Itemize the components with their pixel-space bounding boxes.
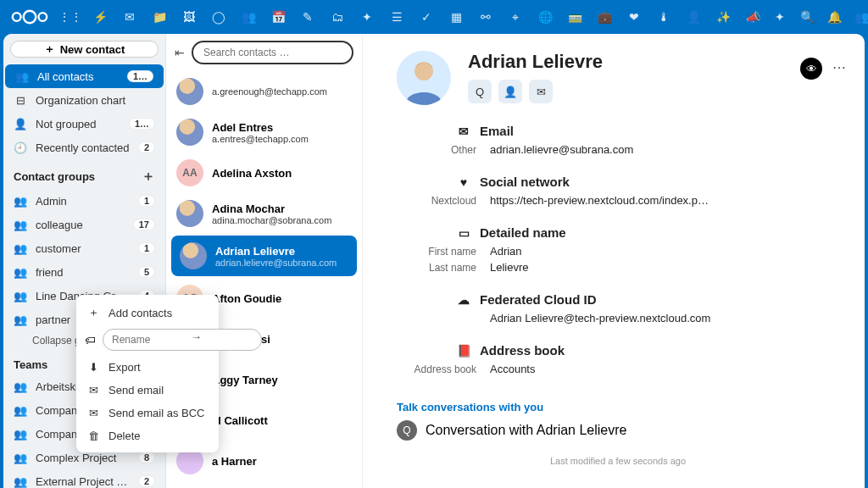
tables-icon[interactable]: ▦ [448, 9, 464, 25]
email-value[interactable]: adrian.lelievre@subrana.com [490, 143, 839, 156]
contact-name: Adel Entres [212, 121, 309, 134]
menu-add-contacts[interactable]: ＋Add contacts [76, 300, 219, 325]
sidebar-group-item[interactable]: 👥customer1 [3, 236, 165, 260]
contact-row[interactable]: AAAdelina Axston [166, 152, 362, 193]
menu-send-bcc[interactable]: ✉Send email as BCC [76, 402, 219, 424]
mail-action-icon[interactable]: ✉ [529, 80, 553, 103]
files-icon[interactable]: 📁 [152, 9, 167, 25]
group-icon: 👤 [14, 118, 27, 130]
abook-section-title: Address book [480, 343, 565, 358]
health-icon[interactable]: ❤ [626, 9, 642, 25]
visibility-button[interactable]: 👁 [800, 58, 822, 80]
sidebar-group-item[interactable]: 👥Admin1 [3, 189, 165, 213]
notifications-icon[interactable]: 🔔 [826, 9, 842, 25]
contacts-icon[interactable]: 👥 [241, 9, 256, 25]
sidebar-item-label: All contacts [37, 70, 119, 83]
notes-icon[interactable]: ✎ [300, 9, 315, 25]
talk-conversation-row[interactable]: Q Conversation with Adrian Lelievre [397, 420, 839, 441]
passwords-icon[interactable]: ⚯ [478, 9, 493, 25]
user-icon[interactable]: 👤 [686, 9, 701, 25]
sidebar-item-label: External Project Team [36, 475, 130, 488]
menu-rename: 🏷 → [76, 325, 219, 356]
download-icon: ⬇ [86, 361, 100, 374]
team-icon: 👥 [14, 404, 27, 417]
contact-name: el Callicott [212, 414, 268, 427]
contact-row[interactable]: Adina Mocharadina.mochar@sobrana.com [166, 193, 362, 234]
new-contact-label: New contact [60, 43, 125, 56]
more-menu-icon[interactable]: ⋯ [832, 59, 846, 75]
menu-export[interactable]: ⬇Export [76, 356, 219, 379]
toggle-sidebar-icon[interactable]: ⇤ [175, 46, 185, 59]
talk-section-title: Talk conversations with you [397, 401, 839, 413]
contact-row[interactable]: Adel Entresa.entres@techapp.com [166, 112, 362, 152]
announce-icon[interactable]: 📣 [745, 9, 760, 25]
plus-icon: ＋ [86, 305, 100, 320]
detail-avatar[interactable] [397, 51, 451, 105]
contact-row[interactable]: a.greenough@techapp.com [166, 71, 362, 112]
assist-icon[interactable]: ✨ [715, 9, 731, 25]
federated-value[interactable]: Adrian Lelievre@tech-preview.nextcloud.c… [490, 312, 839, 324]
lastname-label: Last name [397, 261, 490, 274]
activity-icon[interactable]: ⚡ [92, 9, 108, 25]
weather-icon[interactable]: 🌡 [656, 9, 671, 25]
ai-icon[interactable]: ✦ [772, 9, 787, 25]
sidebar-item-label: Complex Project [36, 452, 130, 464]
nextcloud-logo[interactable] [8, 7, 51, 27]
mail-icon: ✉ [86, 384, 100, 396]
lastname-value: Lelievre [490, 261, 839, 274]
mail-icon[interactable]: ✉ [122, 9, 137, 25]
team-icon: 👥 [14, 452, 27, 464]
checklist-icon[interactable]: ✓ [419, 9, 434, 25]
sidebar-item[interactable]: 👤Not grouped1… [3, 112, 165, 136]
search-input[interactable] [192, 41, 353, 64]
new-contact-button[interactable]: ＋ New contact [10, 41, 159, 58]
sidebar-item[interactable]: ⊟Organization chart [3, 88, 165, 112]
contact-detail-panel: 👁 ⋯ Adrian Lelievre Q 👤 ✉ ✉Email Otherad… [363, 34, 865, 488]
team-icon: 👥 [14, 475, 27, 488]
tasks-icon[interactable]: ☰ [389, 9, 404, 25]
contact-avatar: AA [176, 159, 203, 186]
search-icon[interactable]: 🔍 [799, 9, 815, 25]
profile-action-icon[interactable]: 👤 [498, 80, 522, 103]
talk-icon[interactable]: ◯ [211, 9, 226, 25]
photos-icon[interactable]: 🖼 [181, 9, 197, 25]
menu-send-email[interactable]: ✉Send email [76, 379, 219, 402]
work-icon[interactable]: 💼 [597, 9, 612, 25]
rename-input[interactable] [103, 329, 262, 351]
dname-section-title: Detailed name [480, 225, 566, 240]
contact-groups-label: Contact groups [14, 170, 95, 183]
count-badge: 1… [129, 118, 155, 130]
contact-email: a.greenough@techapp.com [212, 86, 327, 97]
talk-badge-icon: Q [397, 420, 417, 441]
sidebar-item-label: Not grouped [36, 118, 120, 130]
maps-icon[interactable]: ⌖ [508, 9, 523, 25]
email-section-title: Email [480, 124, 514, 138]
contact-groups-header: Contact groups ＋ [3, 159, 165, 189]
add-group-icon[interactable]: ＋ [142, 168, 155, 186]
svg-point-2 [38, 13, 47, 21]
sidebar-item[interactable]: 👥All contacts1… [5, 64, 164, 88]
transport-icon[interactable]: 🚃 [567, 9, 582, 25]
talk-action-icon[interactable]: Q [468, 80, 492, 103]
firstname-value: Adrian [490, 245, 839, 258]
count-badge: 1 [138, 242, 155, 254]
calendar-icon[interactable]: 📅 [270, 9, 286, 25]
contact-row[interactable]: Adrian Lelievreadrian.lelievre@subrana.c… [171, 236, 357, 276]
social-value[interactable]: https://tech-preview.nextcloud.com/index… [490, 194, 839, 207]
sidebar-item[interactable]: 🕘Recently contacted2 [3, 136, 165, 159]
dashboard-icon[interactable]: ⋮⋮ [63, 9, 78, 25]
social-section-title: Social network [480, 175, 570, 189]
tag-icon: 🏷 [85, 334, 96, 347]
sidebar-group-item[interactable]: 👥friend5 [3, 260, 165, 284]
group-icon: 👥 [14, 313, 27, 326]
contact-row[interactable]: d Hedan [166, 481, 362, 488]
menu-delete[interactable]: 🗑Delete [76, 424, 219, 447]
bookmarks-icon[interactable]: ✦ [359, 9, 375, 25]
deck-icon[interactable]: 🗂 [330, 9, 345, 25]
news-icon[interactable]: 🌐 [537, 9, 553, 25]
group-icon[interactable]: 👥 [854, 9, 868, 25]
sidebar-group-item[interactable]: 👥colleague17 [3, 213, 165, 236]
detail-name: Adrian Lelievre [468, 51, 603, 73]
sidebar-team-item[interactable]: 👥External Project Team2 [3, 469, 165, 488]
svg-point-4 [415, 62, 433, 80]
